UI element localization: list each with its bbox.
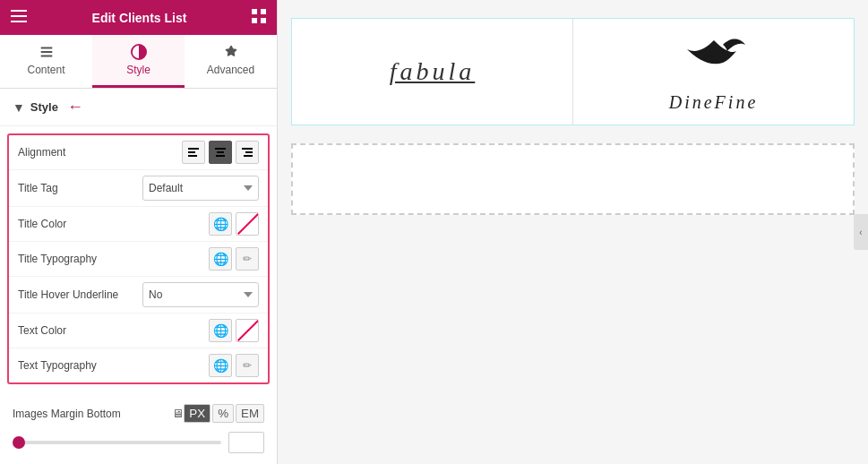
margin-value-input[interactable] (228, 432, 264, 453)
title-typography-controls: 🌐 ✏ (209, 247, 259, 271)
logo-cell-fabula: fabula (292, 19, 573, 125)
title-tag-label: Title Tag (18, 182, 142, 194)
sidebar: Edit Clients List Content Style Advanced… (0, 0, 278, 464)
title-color-clear-button[interactable] (236, 212, 259, 236)
svg-rect-14 (242, 148, 253, 150)
svg-rect-0 (11, 10, 27, 12)
sidebar-title: Edit Clients List (27, 11, 252, 25)
dashed-placeholder-box (291, 143, 855, 215)
title-color-row: Title Color 🌐 (9, 207, 268, 242)
title-typo-edit-button[interactable]: ✏ (236, 247, 259, 271)
text-typography-controls: 🌐 ✏ (209, 354, 259, 377)
tab-style[interactable]: Style (92, 35, 185, 88)
title-hover-underline-select[interactable]: No Yes (142, 282, 259, 307)
svg-rect-11 (215, 148, 226, 150)
unit-tabs: PX % EM (184, 404, 264, 423)
alignment-row: Alignment (9, 135, 268, 170)
collapse-arrow[interactable]: ▼ (13, 100, 25, 115)
slider-row (13, 428, 264, 457)
title-color-global-button[interactable]: 🌐 (209, 212, 232, 236)
align-right-button[interactable] (236, 141, 259, 164)
svg-rect-13 (216, 155, 225, 157)
svg-rect-16 (244, 155, 253, 157)
tab-bar: Content Style Advanced (0, 35, 277, 89)
svg-rect-1 (11, 15, 27, 17)
images-margin-row: Images Margin Bottom 🖥 PX % EM (13, 399, 264, 428)
back-arrow-icon[interactable]: ← (67, 98, 83, 116)
title-typography-label: Title Typography (18, 253, 209, 265)
svg-rect-12 (217, 151, 224, 153)
title-typo-global-button[interactable]: 🌐 (209, 247, 232, 271)
text-color-row: Text Color 🌐 (9, 314, 268, 348)
unit-percent-button[interactable]: % (212, 404, 234, 423)
align-left-button[interactable] (182, 141, 205, 164)
logos-row: fabula DineFine (291, 18, 855, 125)
title-hover-underline-controls: No Yes (142, 282, 259, 307)
grid-icon[interactable] (252, 9, 266, 26)
text-color-global-button[interactable]: 🌐 (209, 319, 232, 342)
images-margin-section: Images Margin Bottom 🖥 PX % EM (0, 391, 277, 464)
unit-px-button[interactable]: PX (184, 404, 211, 423)
tab-style-label: Style (126, 64, 150, 76)
svg-rect-9 (188, 151, 195, 153)
title-hover-underline-row: Title Hover Underline No Yes (9, 277, 268, 314)
text-color-label: Text Color (18, 324, 209, 337)
title-hover-underline-label: Title Hover Underline (18, 288, 142, 301)
svg-rect-6 (261, 18, 266, 23)
images-margin-label: Images Margin Bottom (13, 408, 172, 420)
section-title: Style (30, 100, 58, 114)
text-typography-label: Text Typography (18, 359, 209, 372)
svg-rect-10 (188, 155, 197, 157)
text-typo-edit-button[interactable]: ✏ (236, 354, 259, 377)
title-tag-select[interactable]: Default H1H2H3 H4H5H6 pspan (142, 176, 259, 201)
logo-cell-dinefine: DineFine (573, 19, 854, 125)
svg-rect-4 (261, 9, 266, 14)
hamburger-icon[interactable] (11, 10, 27, 25)
title-tag-controls: Default H1H2H3 H4H5H6 pspan (142, 176, 259, 201)
text-typo-global-button[interactable]: 🌐 (209, 354, 232, 377)
text-color-controls: 🌐 (209, 319, 259, 342)
section-header: ▼ Style ← (0, 89, 277, 126)
collapse-handle[interactable]: ‹ (854, 214, 868, 250)
text-typography-row: Text Typography 🌐 ✏ (9, 348, 268, 382)
tab-advanced-label: Advanced (207, 64, 254, 76)
title-color-controls: 🌐 (209, 212, 259, 236)
svg-rect-2 (11, 21, 27, 22)
tab-advanced[interactable]: Advanced (185, 35, 277, 88)
title-tag-row: Title Tag Default H1H2H3 H4H5H6 pspan (9, 170, 268, 207)
svg-rect-8 (188, 148, 199, 150)
title-color-label: Title Color (18, 218, 209, 230)
title-typography-row: Title Typography 🌐 ✏ (9, 242, 268, 277)
svg-rect-15 (245, 151, 253, 153)
tab-content[interactable]: Content (0, 35, 92, 88)
alignment-label: Alignment (18, 146, 182, 159)
margin-slider[interactable] (13, 441, 221, 444)
unit-em-button[interactable]: EM (236, 404, 264, 423)
sidebar-header: Edit Clients List (0, 0, 277, 35)
align-center-button[interactable] (209, 141, 232, 164)
style-panel: Alignment Title Tag Default H1H2H3 (7, 133, 270, 384)
svg-rect-3 (252, 9, 257, 14)
main-canvas: fabula DineFine ‹ (278, 0, 868, 464)
text-color-clear-button[interactable] (236, 319, 259, 342)
alignment-controls (182, 141, 259, 164)
tab-content-label: Content (27, 64, 64, 76)
bird-logo-icon (678, 31, 750, 85)
logo-dinefine: DineFine (669, 92, 759, 113)
svg-rect-5 (252, 18, 257, 23)
monitor-icon: 🖥 (172, 407, 184, 420)
logo-fabula: fabula (390, 57, 476, 86)
